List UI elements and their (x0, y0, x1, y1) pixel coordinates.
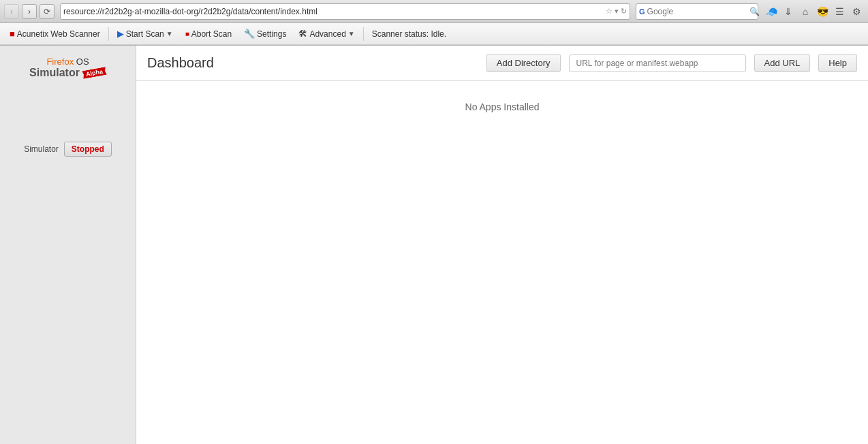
settings-item[interactable]: 🔧 Settings (238, 27, 292, 41)
advanced-dropdown-icon: ▼ (348, 30, 355, 37)
nav-bar: ‹ › ⟳ ☆ ▾ ↻ G 🔍 🧢 ⇓ ⌂ 😎 ☰ ⚙ (0, 0, 868, 23)
acunetix-brand[interactable]: ■ Acunetix Web Scanner (4, 27, 106, 41)
addon-icon[interactable]: 🧢 (764, 4, 779, 19)
settings-icon[interactable]: ⚙ (849, 4, 864, 19)
toolbar-separator-2 (363, 27, 364, 41)
help-button[interactable]: Help (818, 54, 857, 72)
dashboard-title: Dashboard (147, 55, 478, 71)
abort-scan-icon: ■ (185, 30, 189, 37)
simulator-label: Simulator (24, 144, 59, 154)
toolbar-icons: 🧢 ⇓ ⌂ 😎 ☰ ⚙ (764, 4, 864, 19)
back-button[interactable]: ‹ (4, 4, 19, 19)
address-input[interactable] (63, 7, 606, 16)
firefox-word: Firefox (46, 57, 74, 67)
address-bar-container: ☆ ▾ ↻ (60, 3, 630, 20)
abort-scan-label: Abort Scan (191, 29, 232, 39)
scanner-status: Scanner status: Idle. (372, 29, 446, 39)
settings-label: Settings (257, 29, 286, 39)
start-scan-dropdown-icon: ▼ (166, 30, 173, 37)
browser-chrome: ‹ › ⟳ ☆ ▾ ↻ G 🔍 🧢 ⇓ ⌂ 😎 ☰ ⚙ ■ (0, 0, 868, 46)
dashboard: Dashboard Add Directory Add URL Help No … (136, 46, 868, 444)
acunetix-bar: ■ Acunetix Web Scanner ▶ Start Scan ▼ ■ … (0, 23, 868, 45)
dashboard-header: Dashboard Add Directory Add URL Help (136, 46, 868, 81)
add-directory-button[interactable]: Add Directory (486, 54, 561, 72)
start-scan-item[interactable]: ▶ Start Scan ▼ (112, 27, 179, 41)
settings-wrench-icon: 🔧 (244, 29, 255, 39)
forward-button[interactable]: › (22, 4, 37, 19)
advanced-icon: 🛠 (298, 29, 307, 39)
toolbar-separator-1 (108, 27, 109, 41)
firefox-os-logo: Firefox OS Simulator Alpha (29, 57, 106, 79)
sidebar: Firefox OS Simulator Alpha Simulator Sto… (0, 46, 136, 444)
search-bar-container: G 🔍 (636, 3, 758, 20)
acunetix-brand-label: Acunetix Web Scanner (17, 29, 100, 39)
stopped-button[interactable]: Stopped (64, 142, 112, 157)
os-word: OS (76, 57, 89, 67)
start-scan-label: Start Scan (126, 29, 164, 39)
dashboard-content: No Apps Installed (136, 81, 868, 444)
search-input[interactable] (647, 7, 749, 16)
google-icon: G (639, 7, 645, 16)
menu-icon[interactable]: ☰ (832, 4, 847, 19)
advanced-item[interactable]: 🛠 Advanced ▼ (293, 27, 360, 41)
no-apps-message: No Apps Installed (465, 101, 540, 112)
acunetix-logo-icon: ■ (10, 29, 15, 39)
main-area: Firefox OS Simulator Alpha Simulator Sto… (0, 46, 868, 444)
download-icon[interactable]: ⇓ (781, 4, 796, 19)
abort-scan-item[interactable]: ■ Abort Scan (180, 27, 237, 41)
user-icon[interactable]: 😎 (815, 4, 830, 19)
search-submit-icon[interactable]: 🔍 (749, 7, 760, 16)
address-icons: ☆ ▾ ↻ (606, 7, 627, 16)
bookmark-icon[interactable]: ☆ (606, 7, 613, 16)
alpha-badge: Alpha (82, 67, 107, 79)
simulator-word: Simulator (29, 67, 80, 79)
add-url-button[interactable]: Add URL (754, 54, 811, 72)
reload-button[interactable]: ⟳ (40, 4, 55, 19)
bookmark-down-icon[interactable]: ▾ (615, 7, 619, 16)
simulator-row: Simulator Stopped (24, 142, 112, 157)
url-input[interactable] (569, 54, 746, 72)
refresh-icon[interactable]: ↻ (621, 7, 627, 16)
advanced-label: Advanced (309, 29, 345, 39)
home-icon[interactable]: ⌂ (798, 4, 813, 19)
start-scan-icon: ▶ (117, 29, 124, 39)
